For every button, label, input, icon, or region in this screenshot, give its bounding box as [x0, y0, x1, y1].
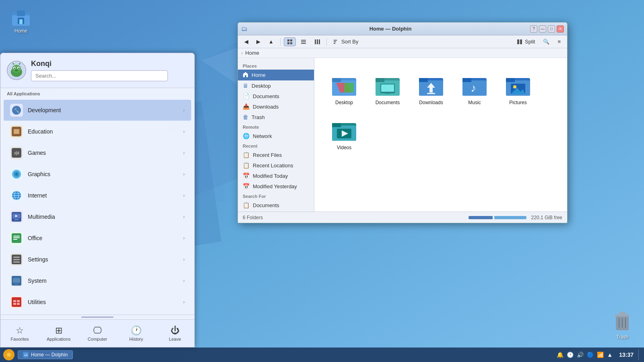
file-item-documents[interactable]: Documents	[367, 68, 408, 109]
svg-rect-72	[334, 43, 335, 44]
education-icon	[10, 125, 23, 138]
sidebar-item-documents[interactable]: 📄 Documents	[238, 91, 314, 101]
app-menu-item-utilities[interactable]: Utilities ›	[4, 292, 191, 313]
app-menu-item-games[interactable]: Games ›	[4, 142, 191, 163]
tray-bluetooth-icon[interactable]: 🔵	[587, 352, 594, 358]
sidebar-item-network[interactable]: 🌐 Network	[238, 131, 314, 141]
sidebar-item-home[interactable]: Home	[238, 70, 314, 80]
app-menu-item-graphics[interactable]: Graphics ›	[4, 164, 191, 185]
tray-notifications-icon[interactable]: 🔔	[557, 352, 564, 358]
tray-battery-icon[interactable]: ▲	[607, 352, 613, 358]
sidebar-item-recent-files[interactable]: 📋 Recent Files	[238, 150, 314, 160]
search-button[interactable]: 🔍	[540, 37, 553, 46]
toolbar-separator-1	[280, 38, 281, 46]
svg-rect-67	[315, 39, 316, 44]
show-desktop-button[interactable]	[638, 349, 641, 360]
up-button[interactable]: ▲	[265, 37, 277, 46]
minimize-button[interactable]: —	[539, 25, 546, 33]
breadcrumb-home[interactable]: Home	[245, 50, 259, 56]
sidebar-item-search-documents[interactable]: 📋 Documents	[238, 200, 314, 210]
app-menu-item-office[interactable]: Office ›	[4, 228, 191, 249]
applications-label: Applications	[47, 337, 70, 341]
tray-volume-icon[interactable]: 🔊	[577, 352, 584, 358]
svg-rect-53	[15, 284, 18, 284]
modified-today-label: Modified Today	[253, 173, 288, 179]
pictures-folder-icon	[505, 72, 531, 97]
sort-by-button[interactable]: Sort By	[330, 37, 362, 46]
view-details-button[interactable]	[297, 37, 310, 46]
recent-locations-icon: 📋	[243, 162, 250, 169]
svg-rect-48	[13, 257, 20, 258]
sidebar-item-desktop[interactable]: 🖥 Desktop	[238, 80, 314, 91]
development-label: Development	[28, 107, 183, 113]
app-menu-item-multimedia[interactable]: Multimedia ›	[4, 206, 191, 227]
file-item-downloads[interactable]: Downloads	[411, 68, 451, 109]
sidebar-item-modified-today[interactable]: 📅 Modified Today	[238, 171, 314, 181]
taskbar: 🗂 Home — Dolphin 🔔 🕐 🔊 🔵 📶 ▲ 13:37	[0, 348, 644, 362]
svg-rect-68	[317, 39, 318, 44]
office-label: Office	[28, 235, 183, 241]
app-menu-item-settings[interactable]: Settings ›	[4, 249, 191, 270]
dolphin-window: 🗂 Home — Dolphin ? — □ ✕ ◀ ▶ ▲ Sort By	[237, 22, 568, 223]
help-button[interactable]: ?	[530, 25, 537, 33]
documents-sidebar-label: Documents	[253, 93, 279, 99]
sidebar-item-modified-yesterday[interactable]: 📅 Modified Yesterday	[238, 181, 314, 191]
split-label: Split	[525, 39, 535, 45]
sidebar-item-downloads[interactable]: 📥 Downloads	[238, 101, 314, 112]
desktop-trash-icon[interactable]: Trash	[613, 310, 632, 340]
app-search-input[interactable]	[31, 70, 168, 81]
app-menu-item-development[interactable]: 🔧 Development ›	[4, 100, 191, 121]
downloads-sidebar-icon: 📥	[243, 103, 250, 110]
app-menu-item-internet[interactable]: Internet ›	[4, 185, 191, 206]
settings-label: Settings	[28, 256, 183, 263]
taskbar-window-label: Home — Dolphin	[31, 352, 68, 358]
utilities-icon	[10, 296, 23, 309]
svg-rect-73	[517, 39, 519, 44]
svg-point-29	[18, 152, 19, 153]
sort-by-label: Sort By	[341, 39, 359, 45]
forward-button[interactable]: ▶	[253, 37, 264, 46]
home-icon-label: Home	[14, 28, 27, 34]
split-button[interactable]: Split	[514, 37, 538, 46]
footer-favorites[interactable]: ☆ Favorites	[2, 323, 37, 344]
file-item-videos[interactable]: Videos	[324, 113, 364, 154]
back-button[interactable]: ◀	[241, 37, 252, 46]
view-icons-button[interactable]	[284, 37, 296, 46]
taskbar-clock: 13:37	[619, 352, 634, 358]
desktop-icon-home[interactable]: Home	[8, 4, 34, 37]
multimedia-icon	[10, 210, 23, 223]
file-item-desktop[interactable]: Desktop	[324, 68, 364, 109]
footer-applications[interactable]: ⊞ Applications	[41, 323, 76, 344]
svg-rect-62	[287, 42, 289, 44]
trash-sidebar-icon: 🗑	[243, 114, 248, 120]
sidebar-item-trash[interactable]: 🗑 Trash	[238, 112, 314, 122]
desktop-file-label: Desktop	[335, 100, 353, 105]
tray-clock-icon[interactable]: 🕐	[567, 352, 574, 358]
app-menu-item-system[interactable]: System ›	[4, 270, 191, 291]
close-button[interactable]: ✕	[557, 25, 564, 33]
footer-leave[interactable]: ⏻ Leave	[157, 323, 193, 344]
taskbar-window-dolphin[interactable]: 🗂 Home — Dolphin	[18, 350, 73, 359]
svg-rect-87	[381, 84, 394, 92]
start-button[interactable]	[3, 349, 14, 360]
footer-history[interactable]: 🕐 History	[118, 323, 154, 344]
recent-label: Recent	[238, 141, 314, 150]
footer-computer[interactable]: 🖵 Computer	[80, 323, 115, 344]
internet-icon	[10, 189, 23, 202]
recent-files-icon: 📋	[243, 152, 250, 158]
app-menu: Konqi All Applications 🔧 Development ›	[0, 53, 195, 348]
app-menu-item-education[interactable]: Education ›	[4, 121, 191, 142]
tray-network-icon[interactable]: 📶	[597, 352, 604, 358]
view-columns-button[interactable]	[311, 37, 323, 46]
menu-button[interactable]: ≡	[554, 37, 564, 46]
dolphin-breadcrumb: › Home	[238, 48, 567, 58]
file-item-pictures[interactable]: Pictures	[498, 68, 538, 109]
file-item-music[interactable]: ♪ Music	[454, 68, 495, 109]
dolphin-title: Home — Dolphin	[251, 26, 530, 32]
dolphin-app-icon: 🗂	[241, 25, 248, 33]
graphics-label: Graphics	[28, 171, 183, 177]
history-label: History	[129, 337, 143, 341]
user-avatar	[7, 61, 26, 80]
sidebar-item-recent-locations[interactable]: 📋 Recent Locations	[238, 160, 314, 171]
maximize-button[interactable]: □	[548, 25, 555, 33]
